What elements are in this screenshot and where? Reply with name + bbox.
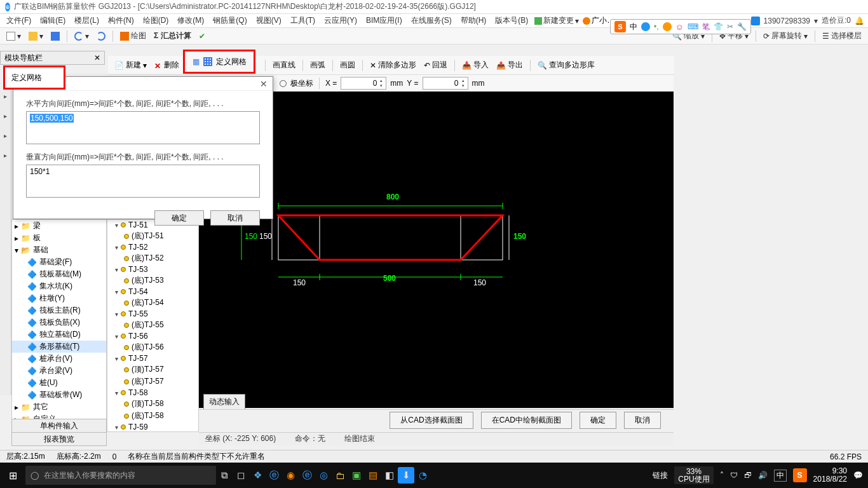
component-node[interactable]: ▾ TJ-56 bbox=[107, 331, 198, 341]
component-node[interactable]: (底)TJ-52 bbox=[107, 252, 198, 264]
redo-button[interactable] bbox=[94, 30, 108, 42]
ime-punc[interactable]: •, bbox=[654, 22, 659, 31]
import-button[interactable]: 📥 导入 bbox=[459, 58, 491, 72]
tray-clock[interactable]: 9:302018/8/22 bbox=[813, 467, 847, 484]
taskbar-app-6[interactable]: ▤ bbox=[365, 467, 381, 484]
menu-component[interactable]: 构件(N) bbox=[105, 14, 137, 27]
menu-cloud[interactable]: 云应用(Y) bbox=[322, 14, 360, 27]
search-library-button[interactable]: 🔍 查询多边形库 bbox=[535, 58, 597, 72]
sum-button[interactable]: Σ 汇总计算 bbox=[151, 29, 194, 43]
menu-help[interactable]: 帮助(H) bbox=[458, 14, 489, 27]
tree-node[interactable]: 🔷 承台梁(V) bbox=[12, 365, 106, 377]
tray-link[interactable]: 链接 bbox=[653, 470, 668, 481]
ime-bar[interactable]: S 中 •, ☺ ⌨ 笔 👕 ✂ 🔧 bbox=[610, 19, 751, 34]
ime-clip-icon[interactable]: ✂ bbox=[727, 22, 733, 31]
vtab-arrow-3[interactable]: ▸ bbox=[4, 132, 7, 139]
select-floor-button[interactable]: ☰ 选择楼层 bbox=[820, 29, 864, 43]
menu-bim[interactable]: BIM应用(I) bbox=[363, 14, 405, 27]
draw-in-cad-button[interactable]: 在CAD中绘制截面图 bbox=[481, 412, 572, 429]
component-node[interactable]: ▾ TJ-55 bbox=[107, 309, 198, 319]
menu-file[interactable]: 文件(F) bbox=[4, 14, 34, 27]
tree-node[interactable]: 🔷 集水坑(K) bbox=[12, 280, 106, 292]
x-input[interactable]: 0▴▾ bbox=[341, 77, 386, 90]
tree-node[interactable]: 🔷 桩承台(V) bbox=[12, 353, 106, 365]
tray-network-icon[interactable]: 🗗 bbox=[744, 471, 752, 480]
bell-icon[interactable]: 🔔 bbox=[855, 17, 864, 25]
component-node[interactable]: ▾ TJ-54 bbox=[107, 287, 198, 297]
ime-dot-2[interactable] bbox=[663, 22, 672, 31]
draw-line-button[interactable]: 画直线 bbox=[270, 58, 298, 72]
open-file-button[interactable]: ▾ bbox=[26, 30, 46, 42]
new-change-button[interactable]: 新建变更 ▾ bbox=[534, 15, 579, 26]
taskbar-ie-icon[interactable]: ⓔ bbox=[266, 467, 282, 484]
export-button[interactable]: 📤 导出 bbox=[494, 58, 526, 72]
new-item-button[interactable]: 📄新建 ▾ bbox=[112, 58, 149, 72]
ime-smile[interactable]: ☺ bbox=[675, 22, 684, 32]
y-input[interactable]: 0▴▾ bbox=[423, 77, 468, 90]
section-cancel-button[interactable]: 取消 bbox=[624, 412, 661, 429]
taskbar-explorer-icon[interactable]: 🗀 bbox=[332, 467, 348, 484]
new-file-button[interactable]: ▾ bbox=[4, 30, 24, 42]
vertical-spacing-input[interactable]: 150*1 bbox=[26, 165, 260, 198]
tree-node[interactable]: 🔷 筏板主筋(R) bbox=[12, 304, 106, 316]
ime-shirt-icon[interactable]: 👕 bbox=[714, 22, 723, 31]
menu-modify[interactable]: 修改(M) bbox=[175, 14, 207, 27]
task-view-icon[interactable]: ⧉ bbox=[216, 467, 233, 484]
menu-version[interactable]: 版本号(B) bbox=[492, 14, 531, 27]
rollback-button[interactable]: ↶ 回退 bbox=[421, 58, 450, 72]
tree-node[interactable]: ▸ 📁 其它 bbox=[12, 401, 106, 413]
vtab-arrow-4[interactable]: ▸ bbox=[4, 152, 7, 159]
taskbar-app-5[interactable]: ▣ bbox=[348, 467, 365, 484]
dialog-ok-button[interactable]: 确定 bbox=[154, 210, 204, 226]
nav-tree[interactable]: ▸ 📁 梁▸ 📁 板▾ 📂 基础🔷 基础梁(F)🔷 筏板基础(M)🔷 集水坑(K… bbox=[11, 219, 107, 419]
horizontal-spacing-input[interactable]: 150,500,150 bbox=[26, 111, 260, 144]
tray-ime-zhong[interactable]: 中 bbox=[774, 470, 787, 482]
component-node[interactable]: (底)TJ-56 bbox=[107, 341, 198, 353]
taskbar-app-4[interactable]: ◎ bbox=[315, 467, 332, 484]
polar-radio[interactable] bbox=[280, 80, 287, 87]
nav-pane-close[interactable]: ✕ bbox=[94, 53, 100, 62]
component-node[interactable]: ▾ TJ-57 bbox=[107, 353, 198, 363]
component-node[interactable]: ▾ TJ-59 bbox=[107, 422, 198, 432]
cpu-meter[interactable]: 33%CPU使用 bbox=[674, 466, 713, 484]
dialog-close-button[interactable]: ✕ bbox=[260, 79, 268, 89]
draw-mode-button[interactable]: 绘图 bbox=[118, 29, 149, 43]
draw-arc-button[interactable]: 画弧 bbox=[308, 58, 328, 72]
ime-keyboard-icon[interactable]: ⌨ bbox=[688, 22, 698, 31]
taskbar-app-1[interactable]: ◻ bbox=[233, 467, 249, 484]
menu-online[interactable]: 在线服务(S) bbox=[409, 14, 454, 27]
delete-item-button[interactable]: ✕删除 bbox=[152, 58, 182, 72]
start-button[interactable]: ⊞ bbox=[0, 470, 25, 482]
save-button[interactable] bbox=[48, 30, 62, 42]
menu-view[interactable]: 视图(V) bbox=[254, 14, 284, 27]
tree-node[interactable]: 🔷 基础板带(W) bbox=[12, 389, 106, 401]
undo-button[interactable]: ▾ bbox=[72, 30, 92, 42]
component-node[interactable]: (底)TJ-55 bbox=[107, 319, 198, 331]
dynamic-input-toggle[interactable]: 动态输入 bbox=[203, 394, 245, 410]
taskbar-app-2[interactable]: ❖ bbox=[249, 467, 266, 484]
tray-volume-icon[interactable]: 🔊 bbox=[758, 471, 768, 480]
component-node[interactable]: (底)TJ-54 bbox=[107, 297, 198, 309]
component-tree[interactable]: ▾ TJ-51 (底)TJ-51▾ TJ-52 (底)TJ-52▾ TJ-53 … bbox=[107, 219, 199, 432]
component-node[interactable]: ▾ TJ-52 bbox=[107, 242, 198, 252]
component-node[interactable]: (底)TJ-53 bbox=[107, 274, 198, 287]
tree-node[interactable]: ▸ 📁 板 bbox=[12, 232, 106, 244]
taskbar-edge-icon[interactable]: ⓔ bbox=[299, 467, 315, 484]
tray-up-icon[interactable]: ˄ bbox=[720, 471, 724, 480]
tree-node[interactable]: 🔷 桩(U) bbox=[12, 377, 106, 389]
draw-circle-button[interactable]: 画圆 bbox=[337, 58, 358, 72]
section-ok-button[interactable]: 确定 bbox=[580, 412, 616, 429]
vtab-arrow[interactable]: ▸ bbox=[4, 93, 7, 100]
menu-draw[interactable]: 绘图(D) bbox=[140, 14, 172, 27]
tree-node[interactable]: 🔷 筏板负筋(X) bbox=[12, 316, 106, 329]
user-id[interactable]: 13907298339 bbox=[764, 17, 810, 25]
clear-polygon-button[interactable]: ✕ 清除多边形 bbox=[367, 58, 419, 72]
tree-node[interactable]: 🔷 独立基础(D) bbox=[12, 329, 106, 341]
component-node[interactable]: (顶)TJ-58 bbox=[107, 398, 198, 410]
tray-notifications-icon[interactable]: 💬 bbox=[853, 471, 863, 480]
menu-edit[interactable]: 编辑(E) bbox=[37, 14, 68, 27]
ime-wrench-icon[interactable]: 🔧 bbox=[737, 22, 747, 31]
tree-node[interactable]: 🔷 筏板基础(M) bbox=[12, 268, 106, 280]
taskbar-search[interactable]: ◯ 在这里输入你要搜索的内容 bbox=[25, 466, 216, 485]
menu-rebar[interactable]: 钢筋量(Q) bbox=[210, 14, 249, 27]
